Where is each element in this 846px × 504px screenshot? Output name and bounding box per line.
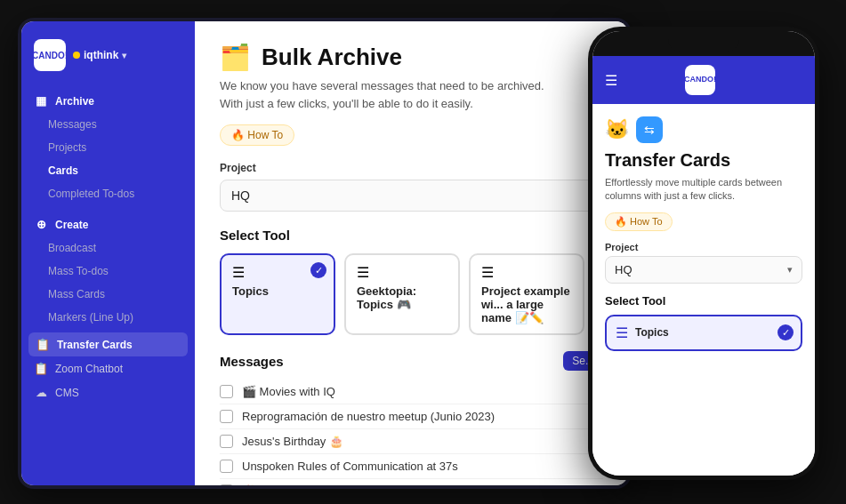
phone-logo-box: CAN DO!	[685, 65, 715, 95]
sidebar-item-projects[interactable]: Projects	[21, 136, 195, 159]
archive-icon: ▦	[34, 94, 48, 108]
message-item-2: Reprogramación de nuestro meetup (Junio …	[220, 404, 603, 429]
phone-transfer-icon: ⇆	[636, 116, 663, 143]
message-checkbox-1[interactable]	[220, 385, 233, 398]
phone-tool-icon: ☰	[616, 324, 628, 341]
message-checkbox-5[interactable]	[220, 484, 233, 485]
project-input[interactable]	[220, 180, 603, 212]
phone-select-chevron-icon: ▾	[787, 264, 793, 276]
tool-check-icon: ✓	[310, 262, 326, 278]
user-dot	[73, 52, 80, 59]
messages-header: Messages Se...	[220, 351, 603, 371]
phone-tool-check-icon: ✓	[778, 324, 794, 340]
sidebar-item-mass-todos[interactable]: Mass To-dos	[21, 260, 195, 283]
message-item-4: Unspoken Rules of Communication at 37s	[220, 454, 603, 479]
phone-how-to-badge[interactable]: 🔥 How To	[605, 212, 673, 231]
messages-section: Messages Se... 🎬 Movies with IQ Reprogra…	[220, 351, 603, 485]
tool-icon-topics: ☰	[232, 264, 323, 281]
how-to-badge[interactable]: 🔥 How To	[220, 124, 294, 146]
sidebar: CAN DO! iqthink ▾ ▦ Archive Me	[21, 21, 195, 485]
tool-card-project-example[interactable]: ☰ Project example wi... a large name 📝✏️	[469, 253, 584, 335]
user-info[interactable]: iqthink ▾	[73, 49, 126, 61]
phone-inner: ☰ CAN DO! 🐱 ⇆ Transfer Cards Effortlessl…	[592, 31, 815, 476]
phone-body: 🐱 ⇆ Transfer Cards Effortlessly move mul…	[592, 104, 815, 476]
sidebar-item-cms[interactable]: ☁ CMS	[21, 380, 195, 404]
phone-project-label: Project	[605, 242, 802, 252]
sidebar-item-transfer-cards[interactable]: 📋 Transfer Cards	[28, 332, 188, 356]
main-content: 🗂️ Bulk Archive We know you have several…	[195, 21, 628, 485]
sidebar-item-completed-todos[interactable]: Completed To-dos	[21, 182, 195, 205]
page-subtitle: We know you have several messages that n…	[220, 77, 603, 112]
logo-box: CAN DO!	[34, 39, 66, 71]
sidebar-item-archive[interactable]: ▦ Archive	[21, 89, 195, 113]
sidebar-item-messages[interactable]: Messages	[21, 113, 195, 136]
phone-tool-card[interactable]: ☰ Topics ✓	[605, 315, 802, 351]
tool-icon-project-example: ☰	[481, 264, 572, 281]
tool-cards: ✓ ☰ Topics ☰ Geektopia: Topics 🎮 ☰ Proje…	[220, 253, 603, 335]
phone-header: ☰ CAN DO!	[592, 56, 815, 104]
plus-icon: ⊕	[34, 218, 48, 231]
chevron-down-icon: ▾	[122, 51, 126, 60]
page-icon: 🗂️	[220, 43, 251, 72]
phone-tool-name: Topics	[635, 326, 669, 339]
phone-page-subtitle: Effortlessly move multiple cards between…	[605, 176, 802, 204]
transfer-icon: 📋	[36, 338, 50, 351]
sidebar-item-create[interactable]: ⊕ Create	[21, 212, 195, 236]
sidebar-item-broadcast[interactable]: Broadcast	[21, 236, 195, 260]
page-title: Bulk Archive	[262, 44, 402, 71]
tool-name-topics: Topics	[232, 284, 323, 298]
phone-menu-icon[interactable]: ☰	[605, 72, 617, 89]
create-section: ⊕ Create Broadcast Mass To-dos Mass Card…	[21, 209, 195, 332]
phone-notch	[668, 36, 739, 52]
tool-card-geektopia[interactable]: ☰ Geektopia: Topics 🎮	[344, 253, 460, 335]
phone-project-select[interactable]: HQ ▾	[605, 256, 802, 284]
cms-icon: ☁	[34, 386, 48, 399]
message-checkbox-2[interactable]	[220, 410, 233, 423]
phone-page-title: Transfer Cards	[605, 150, 802, 171]
phone: ☰ CAN DO! 🐱 ⇆ Transfer Cards Effortlessl…	[588, 27, 819, 480]
messages-title: Messages	[220, 354, 284, 369]
message-item-5: 🎉Birthday Backgrounds	[220, 479, 603, 485]
tool-name-geektopia: Geektopia: Topics 🎮	[357, 284, 447, 311]
sidebar-item-zoom-chatbot[interactable]: 📋 Zoom Chatbot	[21, 356, 195, 380]
tool-name-project-example: Project example wi... a large name 📝✏️	[481, 284, 572, 324]
archive-section: ▦ Archive Messages Projects Cards Comple…	[21, 85, 195, 209]
message-checkbox-3[interactable]	[220, 435, 233, 448]
phone-page-emoji: 🐱	[605, 118, 629, 141]
sidebar-item-cards[interactable]: Cards	[21, 159, 195, 182]
scene: CAN DO! iqthink ▾ ▦ Archive Me	[0, 0, 846, 504]
zoom-icon: 📋	[34, 362, 48, 375]
phone-select-tool-title: Select Tool	[605, 294, 802, 308]
tool-card-topics[interactable]: ✓ ☰ Topics	[220, 253, 335, 335]
tablet: CAN DO! iqthink ▾ ▦ Archive Me	[18, 18, 632, 489]
select-tool-title: Select Tool	[220, 228, 603, 243]
project-label: Project	[220, 162, 603, 174]
message-checkbox-4[interactable]	[220, 460, 233, 473]
page-header: 🗂️ Bulk Archive	[220, 43, 603, 72]
sidebar-item-mass-cards[interactable]: Mass Cards	[21, 283, 195, 306]
message-item-3: Jesus's Birthday 🎂	[220, 429, 603, 454]
message-item-1: 🎬 Movies with IQ	[220, 380, 603, 404]
phone-card-header: 🐱 ⇆	[605, 116, 802, 143]
sidebar-item-markers[interactable]: Markers (Line Up)	[21, 306, 195, 329]
tool-icon-geektopia: ☰	[357, 264, 447, 281]
sidebar-logo: CAN DO! iqthink ▾	[21, 32, 195, 85]
phone-notch-bar	[592, 31, 815, 56]
